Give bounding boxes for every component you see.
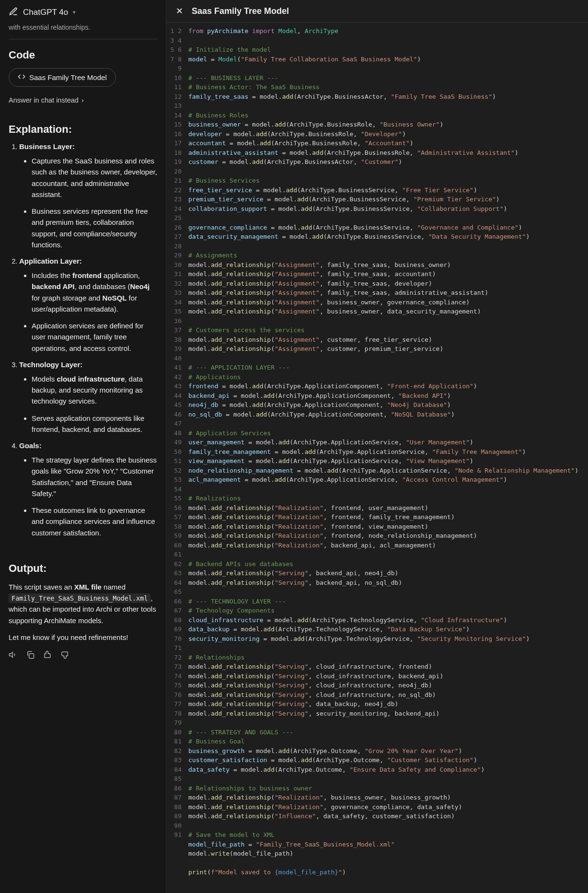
model-selector[interactable]: ChatGPT 4o [23,8,68,17]
bullet-item: Serves application components like front… [32,413,157,435]
code-panel-header: ✕ Saas Family Tree Model [166,0,588,23]
code-area[interactable]: 1 2 3 4 5 6 7 8 9 10 11 12 13 14 15 16 1… [166,23,588,893]
code-panel-title: Saas Family Tree Model [192,6,289,16]
code-brackets-icon [18,73,25,82]
bullet-item: Application services are defined for use… [32,320,157,354]
section-title: Business Layer: [19,142,157,151]
bullet-item: The strategy layer defines the business … [32,454,157,499]
chip-label: Saas Family Tree Model [29,73,107,81]
section-bullets: Includes the frontend application, backe… [19,270,157,354]
answer-instead-link[interactable]: Answer in chat instead › [9,96,157,104]
chevron-right-icon: › [81,96,84,104]
bullet-item: Includes the frontend application, backe… [32,270,157,314]
divider [9,39,157,39]
section-bullets: Captures the SaaS business and roles suc… [19,155,157,250]
output-text-2: Let me know if you need refinements! [9,632,157,643]
section-title: Goals: [19,441,157,450]
explanation-section: Application Layer:Includes the frontend … [19,257,157,354]
thumbs-up-icon[interactable] [43,650,52,661]
section-bullets: The strategy layer defines the business … [19,454,157,538]
line-number-gutter: 1 2 3 4 5 6 7 8 9 10 11 12 13 14 15 16 1… [166,26,188,893]
svg-marker-0 [10,652,13,658]
section-title: Technology Layer: [19,360,157,369]
code-content[interactable]: from pyArchimate import Model, ArchiType… [188,26,578,893]
topbar: ChatGPT 4o ▾ [9,5,157,23]
code-panel: ✕ Saas Family Tree Model 1 2 3 4 5 6 7 8… [166,0,588,893]
chevron-down-icon[interactable]: ▾ [73,9,76,15]
bullet-item: Captures the SaaS business and roles suc… [32,155,157,200]
bullet-item: These outcomes link to governance and co… [32,505,157,538]
section-bullets: Models cloud infrastructure, data backup… [19,373,157,435]
compose-icon[interactable] [9,7,18,18]
output-text-1: This script saves an XML file named Fami… [9,581,157,626]
copy-icon[interactable] [26,650,35,661]
thumbs-down-icon[interactable] [60,650,69,661]
explanation-section: Business Layer:Captures the SaaS busines… [19,142,157,250]
code-chip[interactable]: Saas Family Tree Model [9,68,116,87]
sidebar: ChatGPT 4o ▾ with essential relationship… [0,0,166,893]
feedback-row [9,650,157,661]
speaker-icon[interactable] [9,650,17,661]
bullet-item: Business services represent the free and… [32,206,157,250]
explanation-section: Technology Layer:Models cloud infrastruc… [19,360,157,435]
explanation-heading: Explanation: [9,123,157,136]
bullet-item: Models cloud infrastructure, data backup… [32,373,157,407]
explanation-list: Business Layer:Captures the SaaS busines… [9,142,157,538]
filename-code: Family_Tree_SaaS_Business_Model.xml [9,593,150,603]
svg-rect-1 [29,654,34,659]
output-heading: Output: [9,562,157,575]
truncated-text: with essential relationships. [9,23,157,31]
explanation-section: Goals:The strategy layer defines the bus… [19,441,157,538]
close-icon[interactable]: ✕ [176,6,183,16]
code-heading: Code [9,49,157,61]
section-title: Application Layer: [19,257,157,265]
